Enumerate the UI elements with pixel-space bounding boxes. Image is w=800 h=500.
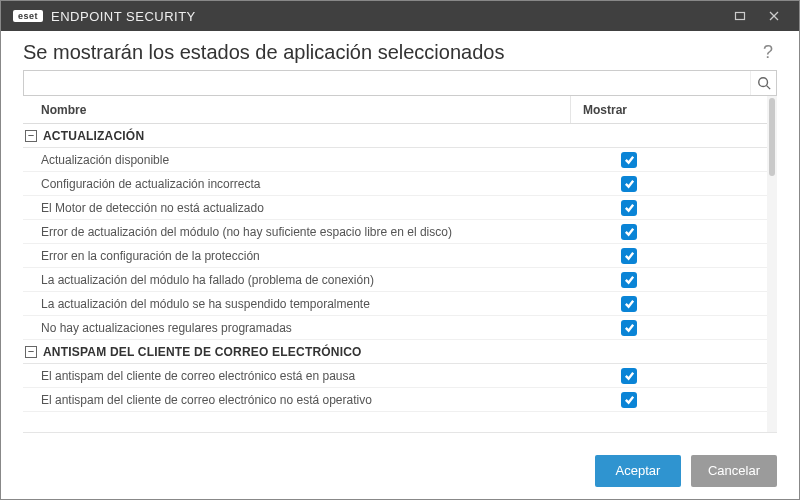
item-name: La actualización del módulo se ha suspen… bbox=[23, 297, 571, 311]
heading-row: Se mostrarán los estados de aplicación s… bbox=[1, 31, 799, 70]
check-icon bbox=[624, 394, 635, 405]
table-row: El antispam del cliente de correo electr… bbox=[23, 388, 767, 412]
item-show-cell bbox=[571, 200, 767, 216]
check-icon bbox=[624, 298, 635, 309]
item-name: El antispam del cliente de correo electr… bbox=[23, 393, 571, 407]
close-icon bbox=[768, 10, 780, 22]
table-wrap: Nombre Mostrar −ACTUALIZACIÓNActualizaci… bbox=[23, 96, 777, 433]
group-label: ACTUALIZACIÓN bbox=[43, 129, 144, 143]
item-show-cell bbox=[571, 248, 767, 264]
collapse-toggle[interactable]: − bbox=[25, 346, 37, 358]
item-name: Configuración de actualización incorrect… bbox=[23, 177, 571, 191]
search-row bbox=[23, 70, 777, 96]
show-checkbox[interactable] bbox=[621, 392, 637, 408]
item-show-cell bbox=[571, 152, 767, 168]
item-show-cell bbox=[571, 272, 767, 288]
page-title: Se mostrarán los estados de aplicación s… bbox=[23, 41, 759, 64]
item-name: Error en la configuración de la protecci… bbox=[23, 249, 571, 263]
check-icon bbox=[624, 274, 635, 285]
help-button[interactable]: ? bbox=[759, 42, 777, 63]
close-button[interactable] bbox=[757, 1, 791, 31]
table-row: Error de actualización del módulo (no ha… bbox=[23, 220, 767, 244]
show-checkbox[interactable] bbox=[621, 320, 637, 336]
check-icon bbox=[624, 322, 635, 333]
svg-point-3 bbox=[758, 78, 767, 87]
item-name: El antispam del cliente de correo electr… bbox=[23, 369, 571, 383]
show-checkbox[interactable] bbox=[621, 176, 637, 192]
check-icon bbox=[624, 154, 635, 165]
check-icon bbox=[624, 202, 635, 213]
show-checkbox[interactable] bbox=[621, 248, 637, 264]
show-checkbox[interactable] bbox=[621, 200, 637, 216]
svg-rect-0 bbox=[736, 13, 745, 20]
group-label: ANTISPAM DEL CLIENTE DE CORREO ELECTRÓNI… bbox=[43, 345, 362, 359]
app-window: eset ENDPOINT SECURITY Se mostrarán los … bbox=[0, 0, 800, 500]
item-name: No hay actualizaciones regulares program… bbox=[23, 321, 571, 335]
item-name: Actualización disponible bbox=[23, 153, 571, 167]
minimize-icon bbox=[734, 10, 746, 22]
item-show-cell bbox=[571, 176, 767, 192]
item-show-cell bbox=[571, 224, 767, 240]
brand-badge: eset bbox=[13, 10, 43, 22]
vertical-scrollbar[interactable] bbox=[767, 96, 777, 432]
check-icon bbox=[624, 226, 635, 237]
scrollbar-thumb[interactable] bbox=[769, 98, 775, 176]
footer: Aceptar Cancelar bbox=[1, 441, 799, 499]
table-row: El Motor de detección no está actualizad… bbox=[23, 196, 767, 220]
search-icon bbox=[757, 76, 771, 90]
group-row: −ACTUALIZACIÓN bbox=[23, 124, 767, 148]
titlebar: eset ENDPOINT SECURITY bbox=[1, 1, 799, 31]
check-icon bbox=[624, 250, 635, 261]
show-checkbox[interactable] bbox=[621, 296, 637, 312]
table-row: La actualización del módulo se ha suspen… bbox=[23, 292, 767, 316]
search-button[interactable] bbox=[750, 71, 776, 95]
table-row: Error en la configuración de la protecci… bbox=[23, 244, 767, 268]
show-checkbox[interactable] bbox=[621, 272, 637, 288]
minimize-button[interactable] bbox=[723, 1, 757, 31]
cancel-button[interactable]: Cancelar bbox=[691, 455, 777, 487]
table-scroll: Nombre Mostrar −ACTUALIZACIÓNActualizaci… bbox=[23, 96, 767, 432]
search-input[interactable] bbox=[24, 71, 750, 95]
show-checkbox[interactable] bbox=[621, 224, 637, 240]
show-checkbox[interactable] bbox=[621, 152, 637, 168]
column-header-name[interactable]: Nombre bbox=[23, 96, 571, 123]
item-name: El Motor de detección no está actualizad… bbox=[23, 201, 571, 215]
item-show-cell bbox=[571, 392, 767, 408]
item-name: Error de actualización del módulo (no ha… bbox=[23, 225, 571, 239]
accept-button[interactable]: Aceptar bbox=[595, 455, 681, 487]
item-name: La actualización del módulo ha fallado (… bbox=[23, 273, 571, 287]
show-checkbox[interactable] bbox=[621, 368, 637, 384]
table-row: El antispam del cliente de correo electr… bbox=[23, 364, 767, 388]
fade-overlay bbox=[23, 418, 767, 432]
svg-line-4 bbox=[766, 86, 770, 90]
group-row: −ANTISPAM DEL CLIENTE DE CORREO ELECTRÓN… bbox=[23, 340, 767, 364]
brand-text: ENDPOINT SECURITY bbox=[51, 9, 196, 24]
check-icon bbox=[624, 178, 635, 189]
collapse-toggle[interactable]: − bbox=[25, 130, 37, 142]
table-row: La actualización del módulo ha fallado (… bbox=[23, 268, 767, 292]
table-row: Configuración de actualización incorrect… bbox=[23, 172, 767, 196]
item-show-cell bbox=[571, 320, 767, 336]
table-row: No hay actualizaciones regulares program… bbox=[23, 316, 767, 340]
check-icon bbox=[624, 370, 635, 381]
item-show-cell bbox=[571, 368, 767, 384]
content-area: Nombre Mostrar −ACTUALIZACIÓNActualizaci… bbox=[1, 70, 799, 441]
item-show-cell bbox=[571, 296, 767, 312]
column-header-show[interactable]: Mostrar bbox=[571, 103, 767, 117]
table-row: Actualización disponible bbox=[23, 148, 767, 172]
table-header-row: Nombre Mostrar bbox=[23, 96, 767, 124]
